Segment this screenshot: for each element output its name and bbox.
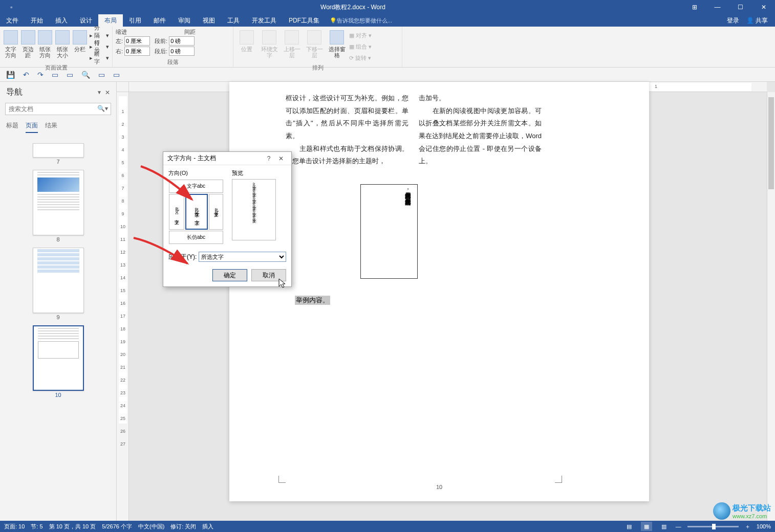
nav-dropdown-icon[interactable]: ▼ — [97, 90, 102, 95]
orient-vertical-2[interactable]: 文字abc — [209, 194, 223, 230]
hyphenation-button[interactable]: ▸ 断字 ▾ — [90, 53, 109, 63]
nav-tab-pages[interactable]: 页面 — [26, 121, 38, 133]
page-thumb-10[interactable] — [33, 325, 84, 391]
page-number: 10 — [229, 484, 649, 490]
selection-pane-button[interactable]: 选择窗格 — [327, 28, 347, 58]
qat-btn-1[interactable]: ▭ — [52, 71, 58, 79]
orientation-button[interactable]: 纸张方向 — [38, 28, 53, 58]
tab-tools[interactable]: 工具 — [221, 14, 246, 27]
ruler-vertical[interactable]: 1234567891011121314151617181920212223242… — [117, 92, 129, 521]
document-page[interactable]: 框设计，这些设计可互为补充。例如，您可以添加匹配的封面、页眉和提要栏。单击"插入… — [229, 82, 649, 501]
search-icon[interactable]: 🔍▾ — [97, 105, 108, 112]
tab-mail[interactable]: 邮件 — [147, 14, 172, 27]
vertical-text-box[interactable]: 这里是举例文字内容，这里是举例文字内容。 — [360, 184, 418, 279]
qat-btn-3[interactable]: 🔍 — [81, 71, 90, 79]
space-before-input[interactable] — [169, 36, 195, 46]
zoom-in-icon[interactable]: ＋ — [745, 523, 750, 530]
vertical-scrollbar[interactable] — [767, 92, 775, 521]
crop-mark — [555, 476, 562, 483]
maximize-icon[interactable]: ☐ — [729, 0, 752, 14]
dialog-title: 文字方向 - 主文档 — [167, 154, 263, 163]
zoom-out-icon[interactable]: ― — [676, 523, 681, 529]
tab-pdf[interactable]: PDF工具集 — [283, 14, 326, 27]
annotation-arrow-2 — [131, 235, 192, 273]
crop-mark — [278, 476, 286, 483]
undo-icon[interactable]: ↶ — [23, 71, 29, 79]
column-2-text: 击加号。 在新的阅读视图中阅读更加容易。可以折叠文档某些部分并关注所需文本。如果… — [419, 92, 542, 168]
column-1-text: 框设计，这些设计可互为补充。例如，您可以添加匹配的封面、页眉和提要栏。单击"插入… — [286, 92, 408, 168]
position-button: 位置 — [236, 28, 257, 52]
status-insert[interactable]: 插入 — [202, 523, 213, 530]
save-icon[interactable]: 💾 — [6, 71, 15, 79]
status-bar: 页面: 10 节: 5 第 10 页，共 10 页 5/2676 个字 中文(中… — [0, 521, 775, 532]
mouse-cursor — [278, 278, 287, 291]
zoom-level[interactable]: 100% — [757, 523, 771, 529]
send-backward-button: 下移一层 — [304, 28, 325, 58]
page-thumb-9[interactable] — [33, 248, 84, 313]
close-icon[interactable]: ✕ — [752, 0, 775, 14]
status-track[interactable]: 修订: 关闭 — [170, 523, 196, 530]
preview-box: 文字abc文字abc文字abc文字abc文字abc文字abc — [232, 179, 276, 240]
bring-forward-button: 上移一层 — [282, 28, 302, 58]
view-print-icon[interactable]: ▦ — [641, 522, 652, 531]
apply-to-select[interactable]: 所选文字 — [199, 252, 286, 262]
dialog-close-icon[interactable]: ✕ — [275, 155, 287, 162]
tab-home[interactable]: 开始 — [25, 14, 49, 27]
status-page[interactable]: 页面: 10 — [4, 523, 25, 530]
margins-button[interactable]: 页边距 — [20, 28, 36, 58]
page-thumb-8[interactable] — [33, 170, 84, 235]
columns-button[interactable]: 分栏 — [72, 28, 88, 52]
share-button[interactable]: 👤 共享 — [746, 16, 768, 25]
logo-icon — [713, 502, 730, 520]
dialog-help-icon[interactable]: ? — [263, 155, 275, 162]
tab-view[interactable]: 视图 — [197, 14, 221, 27]
text-direction-button[interactable]: 文字方向 — [3, 28, 18, 58]
tell-me-input[interactable]: 💡 告诉我您想要做什么... — [326, 14, 396, 27]
annotation-arrow-1 — [138, 164, 200, 212]
login-link[interactable]: 登录 — [727, 16, 739, 25]
wrap-text-button: 环绕文字 — [259, 28, 279, 58]
redo-icon[interactable]: ↷ — [37, 71, 44, 79]
status-lang[interactable]: 中文(中国) — [138, 523, 164, 530]
qat-btn-5[interactable]: ▭ — [113, 71, 120, 79]
status-section[interactable]: 节: 5 — [31, 523, 42, 530]
document-title: Word教程2.docx - Word — [23, 3, 683, 12]
ribbon-display-icon[interactable]: ▫ — [0, 4, 23, 11]
tab-dev[interactable]: 开发工具 — [246, 14, 283, 27]
group-button: ▦ 组合 ▾ — [349, 41, 372, 52]
minimize-icon[interactable]: ― — [706, 0, 729, 14]
tab-insert[interactable]: 插入 — [49, 14, 74, 27]
space-after-input[interactable] — [169, 47, 195, 56]
tab-file[interactable]: 文件 — [0, 14, 25, 27]
ruler-corner — [117, 82, 129, 92]
size-button[interactable]: 纸张大小 — [55, 28, 70, 58]
indent-right-input[interactable] — [124, 47, 150, 56]
status-words[interactable]: 5/2676 个字 — [102, 523, 132, 530]
group-arrange: 排列 — [236, 63, 399, 73]
watermark-logo: 极光下载站 www.xz7.com — [713, 502, 771, 520]
nav-title: 导航 — [6, 87, 23, 98]
nav-close-icon[interactable]: ✕ — [105, 89, 110, 96]
nav-tab-results[interactable]: 结果 — [45, 121, 57, 133]
indent-left-input[interactable] — [124, 36, 150, 46]
view-web-icon[interactable]: ▥ — [658, 522, 670, 531]
nav-tab-headings[interactable]: 标题 — [6, 121, 18, 133]
page-thumb-7[interactable] — [33, 143, 84, 158]
qat-btn-2[interactable]: ▭ — [67, 71, 73, 79]
status-pages[interactable]: 第 10 页，共 10 页 — [49, 523, 96, 530]
align-button: ▦ 对齐 ▾ — [349, 30, 372, 40]
selected-text: 举例内容。 — [295, 296, 330, 305]
group-paragraph: 段落 — [116, 57, 230, 67]
navigation-pane: 导航▼✕ 🔍▾ 标题 页面 结果 7 8 9 10 — [0, 82, 117, 521]
zoom-slider[interactable] — [687, 526, 739, 527]
ok-button[interactable]: 确定 — [212, 269, 247, 281]
rotate-button: ⟳ 旋转 ▾ — [349, 53, 372, 63]
nav-search-input[interactable] — [5, 103, 111, 115]
qat-btn-4[interactable]: ▭ — [98, 71, 105, 79]
view-read-icon[interactable]: ▤ — [623, 522, 635, 531]
tab-review[interactable]: 审阅 — [172, 14, 197, 27]
ribbon-options-icon[interactable]: ⊞ — [683, 4, 706, 11]
tab-references[interactable]: 引用 — [123, 14, 147, 27]
